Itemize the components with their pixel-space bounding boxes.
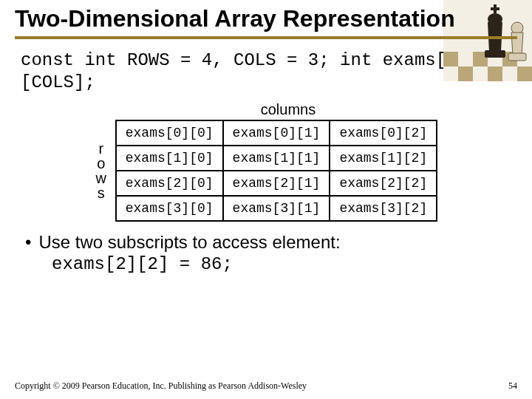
cell: exams[0][2] xyxy=(330,120,437,146)
cell: exams[0][1] xyxy=(223,120,330,146)
cell: exams[0][0] xyxy=(116,120,223,146)
rows-label-char: r xyxy=(95,141,108,156)
cell: exams[1][0] xyxy=(116,146,223,171)
code-declaration: const int ROWS = 4, COLS = 3; int exams[… xyxy=(21,50,511,94)
cell: exams[2][1] xyxy=(223,171,330,196)
rows-label: r o w s xyxy=(95,141,108,200)
rows-label-char: s xyxy=(95,185,108,200)
svg-rect-6 xyxy=(517,66,532,81)
table-wrap: r o w s exams[0][0] exams[0][1] exams[0]… xyxy=(21,120,511,222)
cell: exams[3][2] xyxy=(330,196,437,221)
cell: exams[2][0] xyxy=(116,171,223,196)
bullet-line: •Use two subscripts to access element: xyxy=(25,232,511,253)
rows-label-char: w xyxy=(95,171,108,185)
array-grid-table: exams[0][0] exams[0][1] exams[0][2] exam… xyxy=(115,120,437,222)
table-row: exams[3][0] exams[3][1] exams[3][2] xyxy=(116,196,437,221)
page-number: 54 xyxy=(508,381,517,392)
copyright-text: Copyright © 2009 Pearson Education, Inc.… xyxy=(15,381,307,392)
table-row: exams[1][0] exams[1][1] exams[1][2] xyxy=(116,146,437,171)
cell: exams[1][1] xyxy=(223,146,330,171)
slide: Two-Dimensional Array Representation con… xyxy=(0,0,532,399)
cell: exams[3][0] xyxy=(116,196,223,221)
bullet-text: Use two subscripts to access element: xyxy=(38,232,340,252)
table-row: exams[0][0] exams[0][1] exams[0][2] xyxy=(116,120,437,146)
cell: exams[2][2] xyxy=(330,171,437,196)
bullet-icon: • xyxy=(25,232,31,252)
title-area: Two-Dimensional Array Representation xyxy=(0,0,532,39)
slide-title: Two-Dimensional Array Representation xyxy=(15,6,517,32)
svg-rect-5 xyxy=(488,66,502,81)
cell: exams[3][1] xyxy=(223,196,330,221)
svg-rect-12 xyxy=(508,53,526,61)
svg-rect-10 xyxy=(485,50,505,58)
rows-label-char: o xyxy=(95,156,108,171)
cell: exams[1][2] xyxy=(330,146,437,171)
footer: Copyright © 2009 Pearson Education, Inc.… xyxy=(15,381,517,392)
columns-label: columns xyxy=(21,101,511,118)
svg-rect-1 xyxy=(443,52,458,66)
title-underline xyxy=(15,36,517,39)
assignment-code: exams[2][2] = 86; xyxy=(52,254,511,274)
svg-rect-4 xyxy=(458,66,473,81)
table-row: exams[2][0] exams[2][1] exams[2][2] xyxy=(116,171,437,196)
